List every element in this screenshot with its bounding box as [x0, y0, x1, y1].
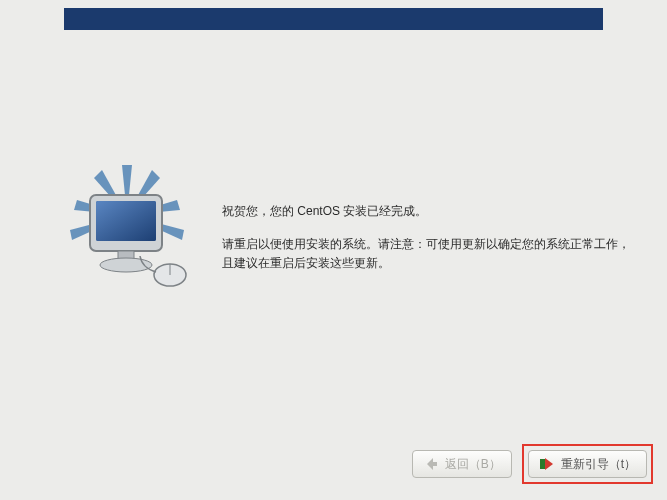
back-button: 返回（B）: [412, 450, 512, 478]
arrow-left-icon: [423, 456, 439, 472]
svg-rect-9: [96, 201, 156, 241]
back-button-label: 返回（B）: [445, 456, 501, 473]
arrow-right-icon: [539, 456, 555, 472]
svg-rect-14: [540, 459, 545, 469]
congrats-text: 祝贺您，您的 CentOS 安装已经完成。: [222, 202, 637, 221]
header-banner: [64, 8, 603, 30]
reboot-button-label: 重新引导（t）: [561, 456, 636, 473]
button-row: 返回（B） 重新引导（t）: [412, 444, 653, 484]
main-content: 祝贺您，您的 CentOS 安装已经完成。 请重启以便使用安装的系统。请注意：可…: [52, 180, 637, 310]
message-text: 祝贺您，您的 CentOS 安装已经完成。 请重启以便使用安装的系统。请注意：可…: [202, 180, 637, 274]
reboot-button[interactable]: 重新引导（t）: [528, 450, 647, 478]
instruction-text: 请重启以便使用安装的系统。请注意：可使用更新以确定您的系统正常工作，且建议在重启…: [222, 235, 637, 273]
reboot-highlight: 重新引导（t）: [522, 444, 653, 484]
computer-illustration: [52, 160, 202, 310]
